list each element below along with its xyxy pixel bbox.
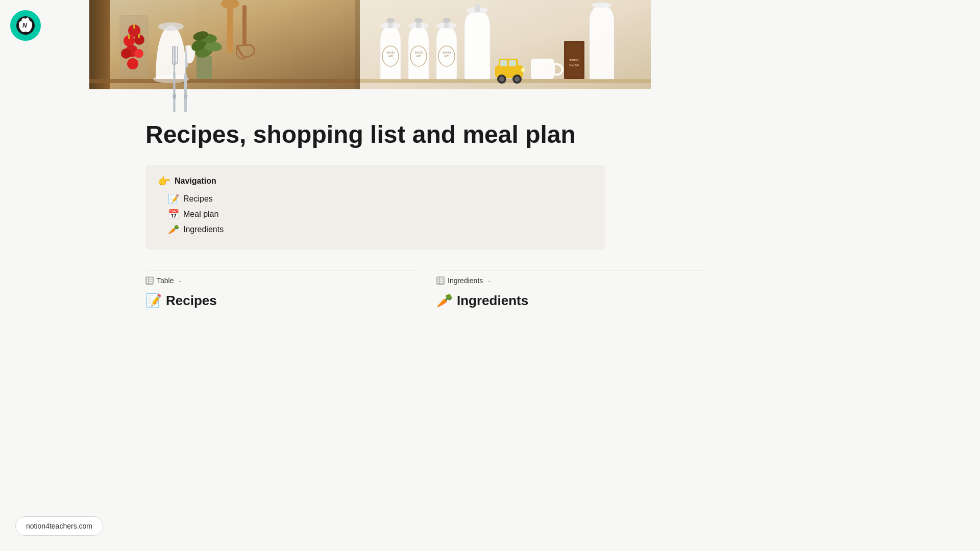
svg-point-16 (158, 22, 184, 31)
svg-rect-12 (133, 24, 135, 29)
svg-point-56 (514, 77, 520, 82)
db-ingredients-header[interactable]: Ingredients ⌄ (436, 277, 707, 285)
svg-rect-65 (172, 46, 173, 64)
svg-rect-26 (355, 0, 360, 89)
svg-rect-14 (138, 34, 140, 38)
nav-item[interactable]: 📝Recipes (168, 193, 593, 205)
svg-rect-71 (184, 74, 187, 112)
navigation-callout: 👉 Navigation 📝Recipes📅Meal plan🥕Ingredie… (145, 165, 605, 249)
hero-right-svg: SACIO LATI SACIO LATI SACIO LATI (360, 0, 651, 89)
svg-rect-25 (242, 5, 247, 46)
svg-rect-69 (173, 94, 176, 98)
svg-text:N: N (22, 22, 27, 29)
nav-header-label: Navigation (175, 177, 216, 186)
nav-items-list: 📝Recipes📅Meal plan🥕Ingredients (158, 193, 593, 235)
svg-text:LATI: LATI (388, 55, 393, 58)
svg-rect-72 (184, 94, 187, 98)
nav-item[interactable]: 📅Meal plan (168, 209, 593, 220)
svg-point-31 (386, 18, 395, 23)
table-icon-2 (436, 277, 445, 285)
svg-rect-48 (475, 4, 480, 12)
svg-rect-23 (227, 3, 233, 54)
page-body: Recipes, shopping list and meal plan 👉 N… (89, 89, 651, 329)
cutlery-svg (168, 46, 199, 112)
nav-item-text: Ingredients (183, 225, 224, 234)
svg-text:LATI: LATI (416, 55, 421, 58)
svg-rect-2 (89, 0, 110, 89)
db-recipes-type: Table (157, 277, 174, 285)
svg-text:SACIO: SACIO (443, 51, 451, 54)
nav-item-emoji: 📝 (168, 193, 179, 205)
nav-header-emoji: 👉 (158, 175, 170, 187)
svg-point-63 (592, 3, 612, 8)
page-title: Recipes, shopping list and meal plan (145, 120, 635, 149)
svg-text:FOOD: FOOD (570, 59, 579, 62)
hero-right-panel: SACIO LATI SACIO LATI SACIO LATI (360, 0, 651, 89)
svg-rect-52 (509, 60, 516, 66)
svg-point-37 (414, 18, 423, 23)
footer-badge-text: notion4teachers.com (26, 522, 92, 530)
svg-text:BAKING: BAKING (570, 64, 579, 67)
nav-item-emoji: 📅 (168, 209, 179, 220)
table-icon (145, 277, 154, 285)
svg-text:SACIO: SACIO (386, 51, 395, 54)
nav-item[interactable]: 🥕Ingredients (168, 224, 593, 235)
db-recipes-chevron: ⌄ (178, 277, 182, 284)
db-recipes-header[interactable]: Table ⌄ (145, 277, 416, 285)
svg-text:SACIO: SACIO (414, 51, 423, 54)
db-recipes-title: 📝 Recipes (145, 293, 416, 309)
notion-logo-svg: N (16, 16, 35, 35)
db-recipes-emoji: 📝 (145, 293, 162, 309)
svg-text:LATI: LATI (444, 55, 449, 58)
nav-callout-header: 👉 Navigation (158, 175, 593, 187)
svg-rect-3 (89, 79, 360, 83)
svg-point-54 (499, 77, 504, 82)
notion-logo[interactable]: N (10, 10, 41, 41)
database-ingredients: Ingredients ⌄ 🥕 Ingredients (436, 270, 707, 309)
svg-rect-51 (500, 60, 507, 66)
db-ingredients-emoji: 🥕 (436, 293, 453, 309)
db-ingredients-label: Ingredients (457, 293, 528, 309)
footer-badge[interactable]: notion4teachers.com (15, 516, 103, 536)
main-content: SACIO LATI SACIO LATI SACIO LATI (89, 0, 980, 329)
db-recipes-label: Recipes (166, 293, 217, 309)
svg-point-10 (121, 48, 131, 59)
svg-point-57 (521, 68, 525, 72)
hero-left-svg (89, 0, 360, 89)
svg-rect-13 (128, 35, 130, 39)
svg-point-11 (127, 58, 138, 69)
databases-row: Table ⌄ 📝 Recipes (145, 270, 707, 309)
svg-rect-66 (175, 46, 176, 64)
cutlery-decoration (168, 46, 199, 114)
db-ingredients-title: 🥕 Ingredients (436, 293, 707, 309)
nav-item-emoji: 🥕 (168, 224, 179, 235)
svg-point-9 (134, 49, 143, 58)
notion-logo-letter: N (16, 16, 35, 35)
svg-point-43 (443, 18, 451, 23)
database-recipes: Table ⌄ 📝 Recipes (145, 270, 416, 309)
svg-rect-68 (174, 71, 176, 112)
db-ingredients-type: Ingredients (448, 277, 483, 285)
svg-rect-67 (177, 46, 178, 64)
hero-left-panel (89, 0, 360, 89)
nav-item-text: Recipes (183, 194, 213, 204)
db-ingredients-chevron: ⌄ (487, 277, 492, 284)
svg-rect-58 (531, 59, 554, 79)
nav-item-text: Meal plan (183, 210, 218, 219)
